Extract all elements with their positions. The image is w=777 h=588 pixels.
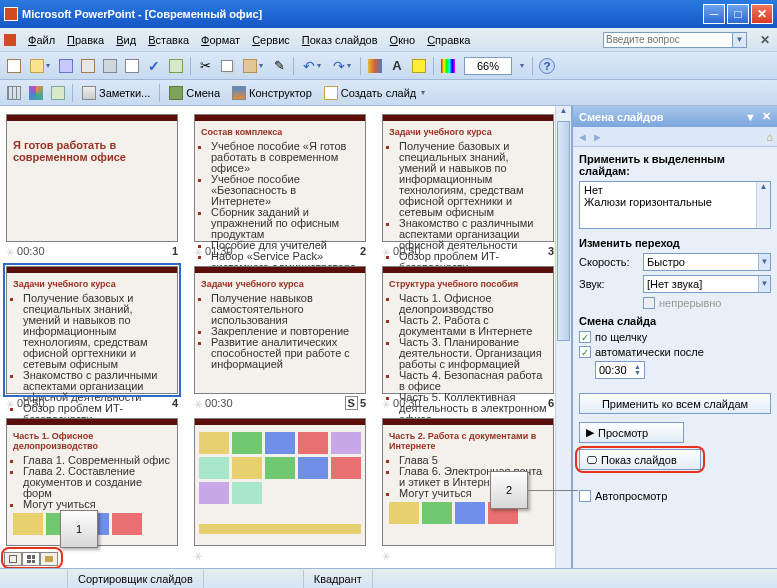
menu-Формат[interactable]: Формат [195,31,246,49]
projector-icon: 🖵 [586,454,597,466]
color-button[interactable] [438,56,458,76]
title-bar: Microsoft PowerPoint - [Современный офис… [0,0,777,28]
slideshow-button[interactable]: 🖵Показ слайдов [579,449,701,470]
slide-4[interactable]: Задачи учебного курсаПолучение базовых и… [6,266,178,410]
formatting-toolbar: Заметки... Смена Конструктор Создать сла… [0,80,777,106]
research-button[interactable] [166,56,186,76]
speed-dropdown[interactable]: Быстро▼ [643,253,771,271]
unknown-icon[interactable] [48,83,68,103]
cut-button[interactable]: ✂ [195,56,215,76]
spelling-button[interactable]: ✓ [144,56,164,76]
apply-label: Применить к выделенным слайдам: [579,153,771,177]
sound-label: Звук: [579,278,637,290]
grid-icon[interactable] [4,83,24,103]
menu-Вставка[interactable]: Вставка [142,31,195,49]
speed-label: Скорость: [579,256,637,268]
paste-button[interactable]: ▾ [239,56,267,76]
undo-button[interactable]: ↶▾ [298,56,326,76]
palette-icon[interactable] [26,83,46,103]
transition-button[interactable]: Смена [164,83,225,103]
autopreview-checkbox[interactable] [579,490,591,502]
status-bar: Сортировщик слайдов Квадрант [0,568,777,588]
help-dropdown-icon[interactable]: ▼ [733,32,747,48]
print-button[interactable] [100,56,120,76]
callout-2: 2 [490,471,578,509]
taskpane-close-icon[interactable]: ✕ [762,110,771,123]
preview-button[interactable] [122,56,142,76]
menu-Показ слайдов[interactable]: Показ слайдов [296,31,384,49]
new-slide-button[interactable]: Создать слайд▾ [319,83,430,103]
slide-8[interactable]: ⚹ [194,418,366,562]
menu-Вид[interactable]: Вид [110,31,142,49]
autoafter-checkbox[interactable]: ✓ [579,346,591,358]
onclick-checkbox[interactable]: ✓ [579,331,591,343]
auto-time-spinner[interactable]: 00:30▲▼ [595,361,645,379]
apply-all-button[interactable]: Применить ко всем слайдам [579,393,771,414]
taskpane-forward-icon: ► [592,131,603,143]
slideshow-view-button[interactable] [40,552,58,566]
help-search-input[interactable] [603,32,733,48]
powerpoint-icon [4,7,18,21]
advance-label: Смена слайда [579,315,771,327]
doc-close-button[interactable]: ✕ [757,33,773,47]
font-color-button[interactable]: A [387,56,407,76]
play-button[interactable]: ▶Просмотр [579,422,684,443]
notes-button[interactable]: Заметки... [77,83,155,103]
modify-label: Изменить переход [579,237,771,249]
taskpane-header: Смена слайдов ▼ ✕ [573,106,777,127]
maximize-button[interactable]: □ [727,4,749,24]
copy-button[interactable] [217,56,237,76]
slide-sorter-view[interactable]: Я готов работать в современном офисе⚹ 00… [0,106,571,568]
play-icon: ▶ [586,426,594,439]
minimize-button[interactable]: ─ [703,4,725,24]
standard-toolbar: ▾ ✓ ✂ ▾ ✎ ↶▾ ↷▾ A 66% ▾ ? [0,52,777,80]
menu-bar: ФайлПравкаВидВставкаФорматСервисПоказ сл… [0,28,777,52]
slide-6[interactable]: Структура учебного пособияЧасть 1. Офисн… [382,266,554,410]
menu-Справка[interactable]: Справка [421,31,476,49]
zoom-dropdown[interactable]: ▾ [514,56,528,76]
redo-button[interactable]: ↷▾ [328,56,356,76]
save-button[interactable] [56,56,76,76]
taskpane-back-icon[interactable]: ◄ [577,131,588,143]
help-button[interactable]: ? [537,56,557,76]
taskpane-home-icon[interactable]: ⌂ [766,131,773,143]
zoom-combo[interactable]: 66% [464,57,512,75]
slide-3[interactable]: Задачи учебного курсаПолучение базовых и… [382,114,554,258]
permission-button[interactable] [78,56,98,76]
effects-list[interactable]: Нет Жалюзи горизонтальные ▲ [579,181,771,229]
close-button[interactable]: ✕ [751,4,773,24]
highlight-button[interactable] [409,56,429,76]
menu-Окно[interactable]: Окно [384,31,422,49]
app-icon[interactable] [4,34,16,46]
insert-chart-button[interactable] [365,56,385,76]
format-painter-button[interactable]: ✎ [269,56,289,76]
menu-Файл[interactable]: Файл [22,31,61,49]
slide-1[interactable]: Я готов работать в современном офисе⚹ 00… [6,114,178,258]
menu-Правка[interactable]: Правка [61,31,110,49]
slide-5[interactable]: Задачи учебного курсаПолучение навыков с… [194,266,366,410]
task-pane: Смена слайдов ▼ ✕ ◄ ► ⌂ Применить к выде… [571,106,777,568]
slide-2[interactable]: Состав комплексаУчебное пособие «Я готов… [194,114,366,258]
normal-view-button[interactable] [4,552,22,566]
callout-1: 1 [60,510,98,548]
window-title: Microsoft PowerPoint - [Современный офис… [22,8,262,20]
menu-Сервис[interactable]: Сервис [246,31,296,49]
new-button[interactable] [4,56,24,76]
sound-dropdown[interactable]: [Нет звука]▼ [643,275,771,293]
status-view: Сортировщик слайдов [68,570,204,588]
open-button[interactable]: ▾ [26,56,54,76]
status-master: Квадрант [304,570,373,588]
loop-checkbox [643,297,655,309]
taskpane-dropdown-icon[interactable]: ▼ [745,111,756,123]
sorter-view-button[interactable] [22,552,40,566]
taskpane-title: Смена слайдов [579,111,663,123]
design-button[interactable]: Конструктор [227,83,317,103]
